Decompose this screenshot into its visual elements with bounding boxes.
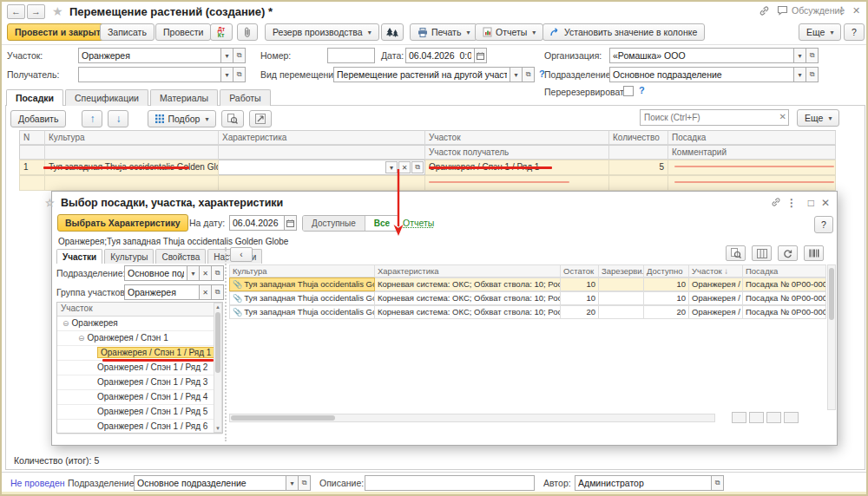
post-and-close-button[interactable]: Провести и закрыть [7,23,114,41]
plants-button[interactable] [381,23,404,41]
col-reserved[interactable]: Зарезерви... [599,264,644,277]
select-characteristic-button[interactable]: Выбрать Характеристику [57,214,188,232]
characteristic-cell[interactable]: Корневая система: ОКС; Обхват ствола: 10… [375,305,561,319]
grid-more-button[interactable]: Еще▾ [797,109,839,127]
find-icon[interactable] [726,245,746,261]
date-field[interactable] [405,48,475,63]
production-reserve-button[interactable]: Резерв производства▾ [265,23,379,41]
tree-item[interactable]: Оранжерея / Спэн 1 / Ряд 2 [57,361,222,375]
col-plot[interactable]: Участок ↓ [689,264,743,277]
on-date-field[interactable] [229,215,285,231]
col-qty[interactable]: Количество [609,130,668,145]
characteristic-cell[interactable]: Корневая система: ОКС; Обхват ствола: 10… [375,291,561,305]
planting-cell[interactable] [668,160,836,175]
planting-cell[interactable]: Посадка № 0Р00-000144 [743,305,826,319]
col-comment[interactable]: Комментарий [668,145,836,160]
barcode-icon[interactable] [804,245,824,261]
planting-cell[interactable]: Посадка № 0Р00-000142 [743,277,826,291]
dialog-table-row[interactable]: 📎Туя западная Thuja occidentalis Golden … [229,291,826,305]
tree-item[interactable]: Оранжерея / Спэн 1 / Ряд 5 [57,405,222,420]
uchastok-dropdown-icon[interactable]: ▾ [221,48,233,63]
panel-splitter[interactable] [225,247,227,441]
reserved-cell[interactable] [599,305,644,319]
refresh-icon[interactable] [778,245,798,261]
group-open-icon[interactable]: ⧉ [212,284,224,300]
tree-item[interactable]: ⊖Оранжерея / Спэн 1 [57,331,222,346]
move-up-button[interactable]: ↑ [82,110,102,127]
author-open-icon[interactable]: ⧉ [712,475,724,491]
plot-receiver-cell[interactable] [425,175,609,191]
discussion-button[interactable]: Обсуждение [777,5,845,16]
uchastok-open-icon[interactable]: ⧉ [233,48,246,63]
dialog-table-row[interactable]: 📎Туя западная Thuja occidentalis Golden … [229,305,826,319]
expand-table-button[interactable] [249,110,272,127]
culture-cell[interactable]: 📎Туя западная Thuja occidentalis Golden … [229,291,375,305]
col-rest[interactable]: Остаток [561,264,599,277]
org-open-icon[interactable]: ⧉ [806,48,819,63]
tab-svoystva[interactable]: Свойства [155,249,206,264]
on-date-calendar-icon[interactable] [285,215,297,231]
calendar-icon[interactable] [475,48,487,63]
dialog-podr-clear-icon[interactable]: ✕ [200,265,212,281]
tab-specifikacii[interactable]: Спецификации [65,89,148,106]
col-characteristic[interactable]: Характеристика [219,130,425,145]
tree-item[interactable]: Оранжерея / Спэн 1 / Ряд 6 [57,420,222,434]
nomer-field[interactable] [327,48,375,63]
reserved-cell[interactable] [599,291,644,305]
tree-item[interactable]: ⊖Оранжерея [57,317,222,331]
tree-item[interactable]: Оранжерея / Спэн 1 / Ряд 4 [57,390,222,405]
collapse-left-button[interactable]: ‹ [230,247,253,262]
author-field[interactable] [575,475,712,491]
more-button[interactable]: Еще▾ [799,23,841,41]
scroll-down-icon[interactable]: ▼ [214,426,221,431]
add-row-button[interactable]: Добавить [10,110,66,127]
poluchatel-dropdown-icon[interactable]: ▾ [221,67,233,82]
col-culture[interactable]: Культура [45,130,219,145]
tab-raboty[interactable]: Работы [220,89,270,106]
tab-materialy[interactable]: Материалы [150,89,218,106]
dt-kt-button[interactable]: ДтКт [210,23,233,41]
dialog-star-icon[interactable]: ☆ [45,197,55,209]
collapse-icon[interactable]: ⊖ [62,319,69,328]
rest-cell[interactable]: 10 [561,277,599,291]
search-input[interactable] [641,110,773,125]
rest-cell[interactable]: 20 [561,305,599,319]
set-column-value-button[interactable]: Установить значение в колонке [542,23,705,41]
description-field[interactable] [365,475,535,491]
culture-cell[interactable]: 📎Туя западная Thuja occidentalis Golden … [229,277,375,291]
qty-cell[interactable]: 5 [609,160,668,175]
group-clear-icon[interactable]: ✕ [200,284,212,300]
tab-posadki[interactable]: Посадки [6,89,63,106]
dialog-podr-field[interactable] [124,265,187,281]
col-planting[interactable]: Посадка [668,130,836,145]
characteristic-cell[interactable]: Корневая система: ОКС; Обхват ствола: 10… [375,277,561,291]
planting-cell[interactable]: Посадка № 0Р00-000143 [743,291,826,305]
available-cell[interactable]: 10 [644,291,689,305]
page-next-button[interactable] [766,412,781,423]
dialog-table-scrollbar[interactable] [827,264,836,410]
tab-kultury[interactable]: Культуры [104,249,154,264]
reports-button[interactable]: Отчеты▾ [475,23,543,41]
col-characteristic[interactable]: Характеристика [375,264,561,277]
col-plot-receiver[interactable]: Участок получатель [425,145,609,160]
footer-podr-open-icon[interactable]: ⧉ [299,475,311,491]
clear-search-icon[interactable]: ✕ [779,112,786,121]
podr-open-icon[interactable]: ⧉ [806,67,819,82]
close-window-icon[interactable]: ✕ [852,5,860,16]
dialog-podr-open-icon[interactable]: ⧉ [212,265,224,281]
rereserve-help-icon[interactable]: ? [639,85,645,95]
podr-dropdown-icon[interactable]: ▾ [794,67,806,82]
print-button[interactable]: Печать▾ [410,23,477,41]
help-button[interactable]: ? [844,23,865,41]
page-last-button[interactable] [784,412,799,423]
table-row-line2[interactable] [19,175,836,191]
plot-cell[interactable]: Оранжерея / ... [689,305,743,319]
poluchatel-open-icon[interactable]: ⧉ [233,67,246,82]
comment-cell[interactable] [668,175,836,191]
footer-podr-field[interactable] [134,475,286,491]
tab-uchastki[interactable]: Участки [56,249,102,264]
plot-cell[interactable]: Оранжерея / ... [689,277,743,291]
plot-cell[interactable]: Оранжерея / ... [689,291,743,305]
col-culture[interactable]: Культура [229,264,375,277]
cell-open-icon[interactable]: ⧉ [411,161,424,173]
